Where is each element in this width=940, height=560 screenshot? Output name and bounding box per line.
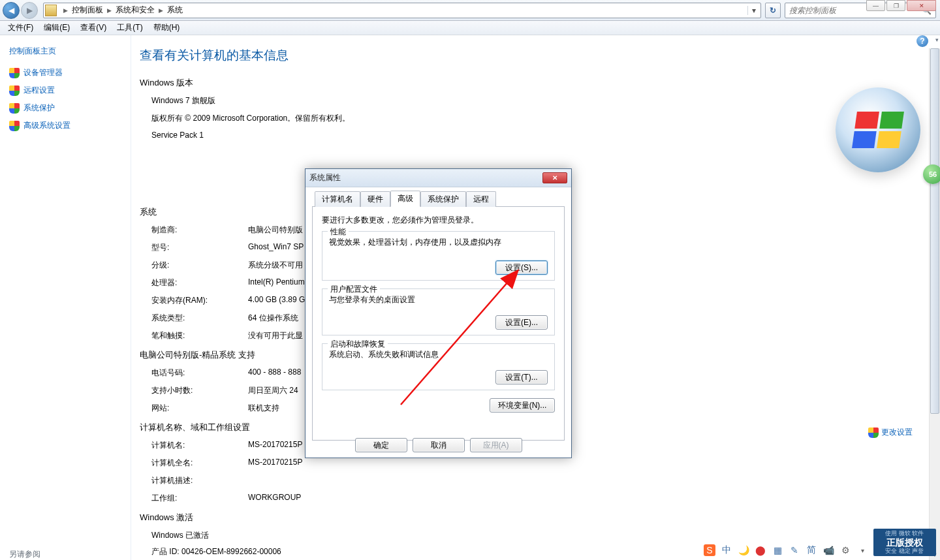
activation-status: Windows 已激活 xyxy=(151,530,927,541)
label-system-type: 系统类型: xyxy=(151,313,248,324)
label-hours: 支持小时数: xyxy=(151,385,248,396)
shield-icon xyxy=(9,68,20,78)
chevron-right-icon: ▶ xyxy=(63,7,68,14)
chevron-right-icon: ▶ xyxy=(159,7,163,14)
legend-user-profiles: 用户配置文件 xyxy=(328,284,380,295)
section-activation: Windows 激活 xyxy=(140,512,927,523)
value-processor: Intel(R) Pentium xyxy=(248,277,305,288)
copyright: 版权所有 © 2009 Microsoft Corporation。保留所有权利… xyxy=(151,113,927,124)
tab-remote[interactable]: 远程 xyxy=(466,191,496,207)
sidebar-item-system-protection[interactable]: 系统保护 xyxy=(9,102,121,114)
ime-dot-icon[interactable]: ⬤ xyxy=(755,544,766,556)
label-workgroup: 工作组: xyxy=(151,493,248,504)
dialog-close-button[interactable]: ✕ xyxy=(542,172,567,183)
sidebar-item-remote-settings[interactable]: 远程设置 xyxy=(9,85,121,96)
legend-performance: 性能 xyxy=(328,226,349,238)
ok-button[interactable]: 确定 xyxy=(355,438,407,452)
sidebar-item-advanced-settings[interactable]: 高级系统设置 xyxy=(9,120,121,131)
chevron-down-icon[interactable]: ▾ xyxy=(935,37,939,43)
tab-hardware[interactable]: 硬件 xyxy=(360,191,390,207)
environment-variables-button[interactable]: 环境变量(N)... xyxy=(490,398,555,412)
label-website: 网站: xyxy=(151,403,248,414)
label-model: 型号: xyxy=(151,242,248,253)
watermark-line3: 安全 稳定 声誉 xyxy=(885,548,924,555)
ime-item[interactable]: 中 xyxy=(721,544,732,556)
close-button[interactable]: ✕ xyxy=(907,0,936,11)
menu-file[interactable]: 文件(F) xyxy=(4,21,37,35)
profile-description: 与您登录有关的桌面设置 xyxy=(329,294,548,305)
ime-dropdown-icon[interactable]: ▾ xyxy=(856,544,868,556)
startup-settings-button[interactable]: 设置(T)... xyxy=(495,370,548,384)
change-settings-link[interactable]: 更改设置 xyxy=(868,427,913,438)
breadcrumb[interactable]: ▶ 控制面板 ▶ 系统和安全 ▶ 系统 ▾ xyxy=(43,3,761,18)
vertical-scrollbar[interactable]: ▲ ▼ xyxy=(929,48,940,560)
ime-moon-icon[interactable]: 🌙 xyxy=(738,544,749,556)
label-rating: 分级: xyxy=(151,260,248,271)
back-button[interactable]: ◀ xyxy=(3,2,20,19)
apply-button[interactable]: 应用(A) xyxy=(470,438,522,452)
notification-badge[interactable]: 56 xyxy=(923,164,940,184)
scroll-thumb[interactable] xyxy=(930,48,939,414)
ime-item[interactable]: 简 xyxy=(806,544,817,556)
ime-pencil-icon[interactable]: ✎ xyxy=(789,544,800,556)
sidebar-item-label: 设备管理器 xyxy=(24,67,63,78)
label-full-name: 计算机全名: xyxy=(151,458,248,469)
forward-button[interactable]: ▶ xyxy=(21,2,38,19)
label-ram: 安装内存(RAM): xyxy=(151,295,248,306)
dialog-titlebar[interactable]: 系统属性 ✕ xyxy=(306,169,571,187)
value-ram: 4.00 GB (3.89 G xyxy=(248,295,305,306)
breadcrumb-dropdown[interactable]: ▾ xyxy=(747,6,759,15)
control-panel-home-link[interactable]: 控制面板主页 xyxy=(9,46,121,57)
dialog-title-text: 系统属性 xyxy=(309,172,341,183)
value-manufacturer: 电脑公司特别版 xyxy=(248,225,303,236)
system-properties-dialog: 系统属性 ✕ 计算机名 硬件 高级 系统保护 远程 要进行大多数更改，您必须作为… xyxy=(305,168,572,458)
shield-icon xyxy=(9,86,20,96)
menu-view[interactable]: 查看(V) xyxy=(76,21,110,35)
ime-logo-icon[interactable]: S xyxy=(704,544,715,556)
value-computer-name: MS-20170215P xyxy=(248,440,302,451)
edition-value: Windows 7 旗舰版 xyxy=(151,95,927,106)
ime-toolbar[interactable]: S 中 🌙 ⬤ ▦ ✎ 简 📹 ⚙ ▾ xyxy=(704,544,868,556)
perf-settings-button[interactable]: 设置(S)... xyxy=(495,260,548,275)
help-button[interactable]: ? xyxy=(916,35,928,47)
window-controls: — ❐ ✕ xyxy=(866,0,936,11)
label-processor: 处理器: xyxy=(151,277,248,288)
minimize-button[interactable]: — xyxy=(866,0,885,11)
cancel-button[interactable]: 取消 xyxy=(413,438,465,452)
ime-camera-icon[interactable]: 📹 xyxy=(822,544,834,556)
shield-icon xyxy=(9,103,20,114)
shield-icon xyxy=(9,121,20,131)
label-phone: 电话号码: xyxy=(151,367,248,379)
dialog-footer: 确定 取消 应用(A) xyxy=(306,438,571,452)
profile-settings-button[interactable]: 设置(E)... xyxy=(495,315,548,330)
ime-gear-icon[interactable]: ⚙ xyxy=(839,544,851,556)
menu-edit[interactable]: 编辑(E) xyxy=(40,21,74,35)
value-system-type: 64 位操作系统 xyxy=(248,313,298,324)
legend-startup-recovery: 启动和故障恢复 xyxy=(328,339,388,350)
breadcrumb-item[interactable]: 系统和安全 xyxy=(116,5,155,16)
dialog-body: 计算机名 硬件 高级 系统保护 远程 要进行大多数更改，您必须作为管理员登录。 … xyxy=(306,187,571,446)
maximize-button[interactable]: ❐ xyxy=(886,0,905,11)
menu-help[interactable]: 帮助(H) xyxy=(149,21,184,35)
breadcrumb-item[interactable]: 系统 xyxy=(167,5,183,16)
value-pen-touch: 没有可用于此显 xyxy=(248,330,303,341)
genuine-watermark: 使用 微软 软件 正版授权 安全 稳定 声誉 xyxy=(873,529,936,556)
menu-tools[interactable]: 工具(T) xyxy=(113,21,146,35)
section-edition: Windows 版本 xyxy=(140,77,927,89)
perf-description: 视觉效果，处理器计划，内存使用，以及虚拟内存 xyxy=(329,237,548,248)
fieldset-performance: 性能 视觉效果，处理器计划，内存使用，以及虚拟内存 设置(S)... xyxy=(322,231,555,281)
tab-advanced[interactable]: 高级 xyxy=(390,191,420,207)
sidebar-item-label: 远程设置 xyxy=(24,85,55,96)
tab-system-protection[interactable]: 系统保护 xyxy=(420,191,466,207)
ime-keyboard-icon[interactable]: ▦ xyxy=(772,544,783,556)
refresh-button[interactable]: ↻ xyxy=(765,3,781,18)
fieldset-user-profiles: 用户配置文件 与您登录有关的桌面设置 设置(E)... xyxy=(322,288,555,335)
sidebar-item-device-manager[interactable]: 设备管理器 xyxy=(9,67,121,78)
value-model: Ghost_Win7 SP xyxy=(248,242,304,253)
sidebar-item-label: 高级系统设置 xyxy=(24,120,70,131)
tab-computer-name[interactable]: 计算机名 xyxy=(315,191,360,207)
service-pack: Service Pack 1 xyxy=(151,131,927,140)
value-rating[interactable]: 系统分级不可用 xyxy=(248,260,303,271)
breadcrumb-item[interactable]: 控制面板 xyxy=(72,5,103,16)
value-website[interactable]: 联机支持 xyxy=(248,403,279,414)
